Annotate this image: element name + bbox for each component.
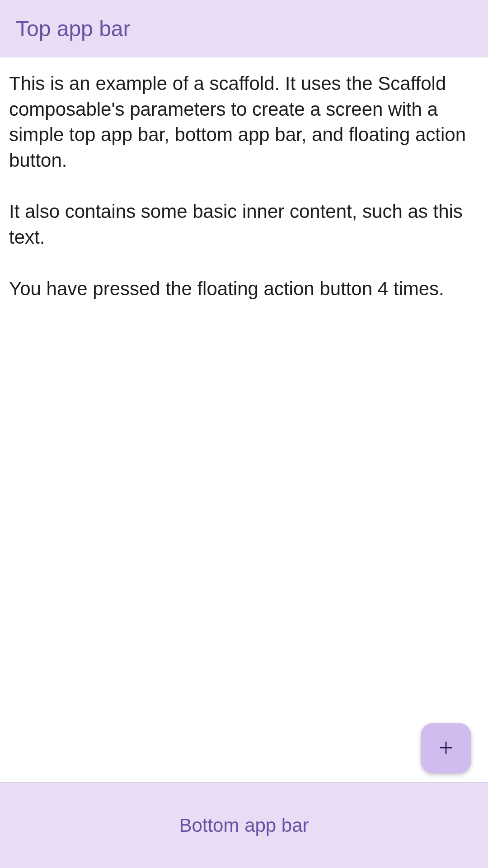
main-content: This is an example of a scaffold. It use…: [0, 57, 488, 315]
top-app-bar-title: Top app bar: [16, 16, 131, 41]
bottom-app-bar: Bottom app bar: [0, 782, 488, 868]
body-text: This is an example of a scaffold. It use…: [9, 71, 479, 302]
top-app-bar: Top app bar: [0, 0, 488, 57]
bottom-app-bar-label: Bottom app bar: [179, 815, 309, 836]
floating-action-button[interactable]: [421, 723, 471, 774]
add-icon: [437, 739, 455, 758]
